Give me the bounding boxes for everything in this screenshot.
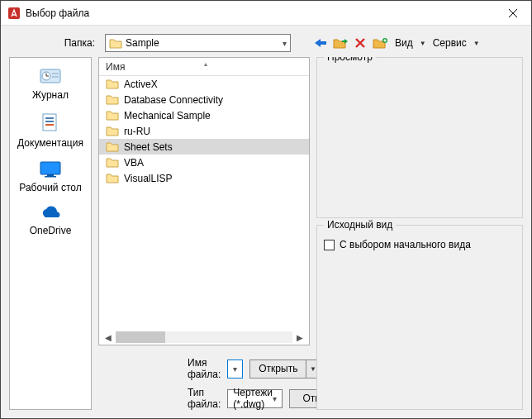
chevron-down-icon: ▾ xyxy=(273,394,277,403)
documents-icon xyxy=(10,112,91,134)
file-row[interactable]: Sheet Sets xyxy=(99,139,309,155)
horizontal-scrollbar[interactable]: ◀ ▶ xyxy=(99,330,309,345)
preview-group: Просмотр xyxy=(316,57,523,218)
svg-rect-16 xyxy=(45,121,54,122)
view-menu-label: Вид xyxy=(395,37,413,49)
chevron-down-icon: ▼ xyxy=(310,365,316,373)
filetype-value: Чертежи (*.dwg) xyxy=(233,387,273,410)
original-view-group: Исходный вид С выбором начального вида xyxy=(316,225,523,410)
app-icon xyxy=(7,7,21,20)
file-row-name: Sheet Sets xyxy=(124,141,173,153)
place-documents-label: Документация xyxy=(10,137,91,149)
file-row[interactable]: Mechanical Sample xyxy=(99,107,309,123)
svg-rect-19 xyxy=(47,174,54,176)
dialog-title: Выбор файла xyxy=(26,7,494,19)
file-row[interactable]: VBA xyxy=(99,155,309,170)
place-documents[interactable]: Документация xyxy=(10,109,91,155)
file-select-dialog: Выбор файла Папка: Sample ▾ xyxy=(0,0,532,419)
filetype-select[interactable]: Чертежи (*.dwg) ▾ xyxy=(227,389,283,408)
folder-icon xyxy=(106,157,119,168)
desktop-icon xyxy=(10,160,91,179)
chevron-down-icon: ▾ xyxy=(283,39,287,48)
folder-select[interactable]: Sample ▾ xyxy=(105,34,291,52)
folder-label: Папка: xyxy=(9,37,100,49)
file-row-name: Mechanical Sample xyxy=(124,110,211,121)
scroll-right-icon[interactable]: ▶ xyxy=(294,331,306,343)
folder-icon xyxy=(106,173,119,183)
file-row[interactable]: ActiveX xyxy=(99,76,309,92)
new-folder-button[interactable] xyxy=(372,35,388,51)
folder-name: Sample xyxy=(122,37,283,49)
close-button[interactable] xyxy=(494,1,531,26)
place-history[interactable]: Журнал xyxy=(10,63,91,107)
sort-indicator-icon: ▴ xyxy=(204,60,207,68)
folder-icon xyxy=(106,94,119,105)
history-icon xyxy=(10,66,91,86)
file-list: Имя ▴ ActiveXDatabase ConnectivityMechan… xyxy=(98,57,310,345)
folder-nav-button[interactable] xyxy=(332,35,349,51)
folder-icon xyxy=(106,110,119,121)
folder-icon xyxy=(106,79,119,89)
original-view-title: Исходный вид xyxy=(324,219,396,231)
folder-icon xyxy=(109,37,122,49)
file-row-name: ru-RU xyxy=(124,126,150,137)
place-onedrive[interactable]: OneDrive xyxy=(10,202,91,243)
service-menu[interactable]: Сервис xyxy=(430,34,470,52)
initial-view-checkbox-label: С выбором начального вида xyxy=(340,239,471,250)
file-row-name: Database Connectivity xyxy=(124,94,223,106)
chevron-down-icon: ▾ xyxy=(233,364,237,374)
places-bar: Журнал Документация Рабочий стол xyxy=(9,57,92,410)
title-bar: Выбор файла xyxy=(1,1,531,26)
place-desktop[interactable]: Рабочий стол xyxy=(10,157,91,200)
view-menu[interactable]: Вид xyxy=(392,34,416,52)
svg-rect-12 xyxy=(52,73,59,74)
folder-icon xyxy=(106,141,119,152)
onedrive-icon xyxy=(10,205,91,221)
view-menu-drop-icon[interactable]: ▼ xyxy=(420,40,426,47)
initial-view-checkbox[interactable] xyxy=(324,240,335,250)
svg-rect-20 xyxy=(45,176,56,178)
file-list-header[interactable]: Имя ▴ xyxy=(99,58,309,76)
place-onedrive-label: OneDrive xyxy=(10,225,91,236)
svg-rect-13 xyxy=(52,76,59,78)
file-row-name: VisualLISP xyxy=(124,173,172,184)
svg-rect-18 xyxy=(40,162,60,174)
filename-input[interactable]: ▾ xyxy=(227,359,243,379)
service-menu-label: Сервис xyxy=(433,37,467,49)
svg-rect-17 xyxy=(45,124,54,126)
column-name: Имя xyxy=(106,61,125,73)
folder-icon xyxy=(106,126,119,136)
back-button[interactable] xyxy=(312,35,329,51)
svg-rect-15 xyxy=(45,117,54,119)
service-menu-drop-icon[interactable]: ▼ xyxy=(473,40,480,47)
scroll-track[interactable] xyxy=(116,331,292,343)
file-row[interactable]: ru-RU xyxy=(99,123,309,139)
file-row[interactable]: Database Connectivity xyxy=(99,92,309,107)
delete-button[interactable] xyxy=(352,35,368,51)
file-row[interactable]: VisualLISP xyxy=(99,170,309,186)
top-toolbar: Папка: Sample ▾ xyxy=(9,31,523,57)
scroll-left-icon[interactable]: ◀ xyxy=(102,331,114,343)
open-button[interactable]: Открыть xyxy=(249,359,306,379)
filename-label: Имя файла: xyxy=(188,357,221,380)
file-row-name: VBA xyxy=(124,157,144,169)
place-desktop-label: Рабочий стол xyxy=(10,182,91,193)
scroll-thumb[interactable] xyxy=(116,331,165,343)
filetype-label: Тип файла: xyxy=(188,387,221,410)
place-history-label: Журнал xyxy=(10,89,91,101)
preview-title: Просмотр xyxy=(324,57,376,63)
file-row-name: ActiveX xyxy=(124,79,158,90)
